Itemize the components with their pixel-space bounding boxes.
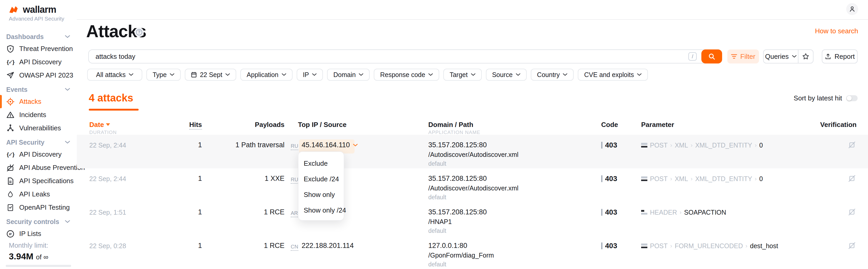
chevron-down-icon — [428, 73, 433, 76]
help-button[interactable]: ? — [134, 28, 144, 37]
chip-target[interactable]: Target — [443, 69, 482, 81]
search-input[interactable] — [88, 49, 722, 63]
param-separator: › — [670, 142, 672, 149]
chevron-down-icon — [65, 35, 70, 38]
chevron-down-icon — [129, 73, 133, 76]
country-code[interactable]: CN — [291, 244, 298, 251]
param-separator: › — [670, 176, 672, 182]
table-row[interactable]: 22 Sep, 0:28 1 1 RCE CN 222.188.201.114 … — [0, 236, 868, 269]
col-header-payloads: Payloads — [218, 121, 284, 129]
table-row[interactable]: 22 Sep, 2:44 1 1 Path traversal RU 45.14… — [0, 135, 868, 168]
param-separator: › — [755, 142, 757, 149]
cell-payloads[interactable]: 1 RCE — [208, 242, 284, 250]
shield-bolt-icon — [6, 45, 14, 53]
chip-type[interactable]: Type — [146, 69, 181, 81]
menu-item-show-only[interactable]: Show only — [299, 187, 344, 203]
country-code[interactable]: RU — [291, 143, 298, 150]
report-button[interactable]: Report — [822, 49, 858, 63]
favorite-query-button[interactable] — [798, 49, 813, 63]
verification-flag-icon[interactable] — [848, 208, 856, 218]
star-icon — [802, 53, 809, 60]
chip-label: Domain — [333, 71, 355, 79]
search-bar: / — [88, 49, 722, 63]
verification-flag-icon[interactable] — [848, 141, 856, 151]
queries-button[interactable]: Queries — [763, 49, 799, 63]
user-menu-button[interactable] — [846, 3, 858, 15]
cell-application: default — [428, 227, 446, 234]
col-header-code: Code — [601, 121, 618, 129]
search-button[interactable] — [701, 49, 722, 63]
cell-code: 403 — [601, 208, 617, 216]
sidebar-item-incidents[interactable]: Incidents — [0, 108, 77, 122]
chip-date[interactable]: 22 Sept — [185, 69, 236, 81]
filter-button[interactable]: Filter — [727, 49, 759, 63]
cell-date: 22 Sep, 2:44 — [89, 175, 126, 183]
cell-domain: 35.157.208.125:80 — [428, 208, 487, 216]
calendar-icon — [191, 72, 197, 78]
country-code[interactable]: RU — [291, 177, 298, 184]
menu-item-exclude[interactable]: Exclude — [299, 156, 344, 171]
chip-country[interactable]: Country — [531, 69, 574, 81]
col-header-hits[interactable]: Hits — [177, 121, 202, 129]
table-row[interactable]: 22 Sep, 2:44 1 1 XXE RU 35.157.208.125:8… — [0, 168, 868, 201]
vulnerability-icon — [6, 124, 14, 132]
param-separator: › — [691, 142, 692, 149]
request-header-icon — [641, 209, 647, 216]
cell-path: /Autodiscover/Autodiscover.xml — [428, 151, 518, 158]
cell-payloads[interactable]: 1 RCE — [208, 208, 284, 216]
verification-flag-icon[interactable] — [848, 242, 856, 251]
cell-hits: 1 — [177, 174, 202, 183]
cell-payloads[interactable]: 1 Path traversal — [208, 141, 284, 149]
results-count: 4 attacks — [89, 92, 133, 104]
cell-application: default — [428, 194, 446, 201]
code-bar-icon — [601, 242, 602, 249]
chip-label: Application — [247, 71, 278, 79]
chip-domain[interactable]: Domain — [327, 69, 370, 81]
cell-payloads[interactable]: 1 XXE — [208, 174, 284, 183]
code-bar-icon — [601, 142, 602, 149]
col-header-date[interactable]: Date — [89, 121, 110, 129]
cell-hits: 1 — [177, 208, 202, 216]
code-bar-icon — [601, 176, 602, 182]
section-label: Dashboards — [6, 33, 65, 41]
cell-ip[interactable]: 222.188.201.114 — [302, 242, 354, 250]
chevron-down-icon — [312, 73, 317, 76]
attacks-page: wallarm Advanced API Security Dashboards… — [0, 0, 868, 269]
menu-item-exclude-24[interactable]: Exclude /24 — [299, 171, 344, 187]
chip-cve-and-exploits[interactable]: CVE and exploits — [578, 69, 648, 81]
sidebar-item-owasp-api-2023[interactable]: OWASP API 2023 — [0, 69, 77, 82]
country-code[interactable]: AR — [291, 210, 298, 217]
chip-label: Country — [537, 71, 560, 79]
col-header-source: Top IP / Source — [298, 121, 346, 129]
table-row[interactable]: 22 Sep, 1:51 1 1 RCE AR 35.157.208.125:8… — [0, 202, 868, 235]
brand-name: wallarm — [23, 4, 56, 15]
request-body-icon — [641, 142, 647, 149]
how-to-search-link[interactable]: How to search — [815, 27, 858, 35]
cell-path: /GponForm/diag_Form — [428, 251, 494, 259]
chevron-down-icon — [225, 73, 230, 76]
cell-parameter: POST› XML› XML_DTD_ENTITY› 0 — [641, 141, 763, 149]
sidebar-item-api-discovery[interactable]: {✓} API Discovery — [0, 55, 77, 69]
chevron-down-icon — [353, 143, 358, 147]
chip-label: IP — [303, 71, 309, 79]
nav-section-events[interactable]: Events — [0, 84, 77, 95]
chip-source[interactable]: Source — [486, 69, 527, 81]
nav-section-dashboards[interactable]: Dashboards — [0, 31, 77, 42]
sort-toggle[interactable] — [846, 95, 858, 101]
brand-subtitle: Advanced API Security — [9, 16, 64, 22]
sidebar-item-attacks[interactable]: Attacks — [0, 95, 77, 108]
verification-flag-icon[interactable] — [848, 174, 856, 184]
sidebar-item-threat-prevention[interactable]: Threat Prevention — [0, 42, 77, 55]
code-bar-icon — [601, 209, 602, 216]
chip-application[interactable]: Application — [240, 69, 292, 81]
sidebar-item-vulnerabilities[interactable]: Vulnerabilities — [0, 122, 77, 135]
chevron-down-icon — [471, 73, 475, 76]
menu-item-show-only-24[interactable]: Show only /24 — [299, 203, 344, 218]
ip-dropdown-trigger[interactable]: 45.146.164.110 — [302, 141, 358, 149]
chip-response-code[interactable]: Response code — [374, 69, 439, 81]
chip-ip[interactable]: IP — [297, 69, 323, 81]
logo[interactable]: wallarm — [9, 4, 56, 15]
search-icon — [708, 53, 715, 60]
chip-all-attacks[interactable]: All attacks — [87, 69, 142, 81]
braces-check-icon: {✓} — [6, 58, 14, 66]
